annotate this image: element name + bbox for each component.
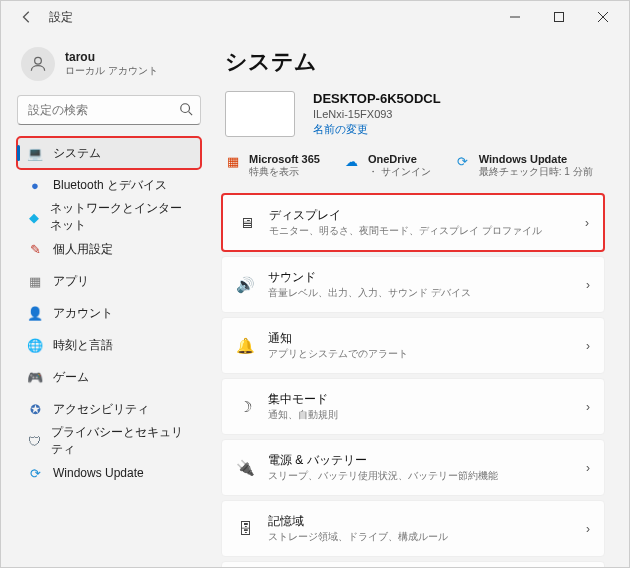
chevron-right-icon: › — [586, 278, 590, 292]
status-title: Microsoft 365 — [249, 153, 320, 165]
sidebar-item-4[interactable]: ▦アプリ — [17, 265, 201, 297]
sidebar-item-9[interactable]: 🛡プライバシーとセキュリティ — [17, 425, 201, 457]
sidebar-item-10[interactable]: ⟳Windows Update — [17, 457, 201, 489]
sidebar-item-5[interactable]: 👤アカウント — [17, 297, 201, 329]
tile-icon: 🔔 — [236, 337, 254, 355]
tile-3[interactable]: ☽集中モード通知、自動規則› — [221, 378, 605, 435]
tile-title: サウンド — [268, 269, 572, 286]
nav-icon: ✪ — [27, 401, 43, 417]
sidebar-item-8[interactable]: ✪アクセシビリティ — [17, 393, 201, 425]
tile-icon: 🔌 — [236, 459, 254, 477]
nav-icon: 🛡 — [27, 433, 41, 449]
nav-icon: 👤 — [27, 305, 43, 321]
sidebar-item-0[interactable]: 💻システム — [17, 137, 201, 169]
status-sub: 最終チェック日時: 1 分前 — [479, 165, 593, 179]
tile-icon: 🔊 — [236, 276, 254, 294]
tile-title: 通知 — [268, 330, 572, 347]
status-icon: ⟳ — [455, 153, 471, 169]
status-icon: ▦ — [225, 153, 241, 169]
settings-window: 設定 tarou ローカル アカウント 💻システム● — [0, 0, 630, 568]
sidebar: tarou ローカル アカウント 💻システム●Bluetooth とデバイス◆ネ… — [1, 33, 211, 567]
nav-label: 時刻と言語 — [53, 337, 113, 354]
nav-label: システム — [53, 145, 101, 162]
rename-link[interactable]: 名前の変更 — [313, 122, 441, 137]
tile-2[interactable]: 🔔通知アプリとシステムでのアラート› — [221, 317, 605, 374]
nav-label: ゲーム — [53, 369, 89, 386]
window-title: 設定 — [49, 9, 73, 26]
chevron-right-icon: › — [585, 216, 589, 230]
svg-line-6 — [189, 112, 193, 116]
tile-icon: 🖥 — [237, 214, 255, 231]
sidebar-item-2[interactable]: ◆ネットワークとインターネット — [17, 201, 201, 233]
tile-title: 記憶域 — [268, 513, 572, 530]
sidebar-item-3[interactable]: ✎個人用設定 — [17, 233, 201, 265]
nav-icon: 🌐 — [27, 337, 43, 353]
sidebar-item-7[interactable]: 🎮ゲーム — [17, 361, 201, 393]
device-name: DESKTOP-6K5ODCL — [313, 91, 441, 106]
search-box — [17, 95, 201, 125]
status-icon: ☁ — [344, 153, 360, 169]
sidebar-item-1[interactable]: ●Bluetooth とデバイス — [17, 169, 201, 201]
user-account[interactable]: tarou ローカル アカウント — [17, 39, 201, 91]
chevron-right-icon: › — [586, 522, 590, 536]
nav-label: 個人用設定 — [53, 241, 113, 258]
page-title: システム — [225, 47, 605, 77]
nav-icon: 💻 — [27, 145, 43, 161]
status-item-1[interactable]: ☁OneDrive・ サインイン — [344, 153, 431, 179]
svg-rect-1 — [555, 13, 564, 22]
chevron-right-icon: › — [586, 339, 590, 353]
status-sub: ・ サインイン — [368, 165, 431, 179]
status-item-0[interactable]: ▦Microsoft 365特典を表示 — [225, 153, 320, 179]
nav-icon: ▦ — [27, 273, 43, 289]
svg-point-4 — [35, 57, 42, 64]
titlebar: 設定 — [1, 1, 629, 33]
search-icon — [179, 102, 193, 119]
back-button[interactable] — [13, 3, 41, 31]
nav-icon: ⟳ — [27, 465, 43, 481]
tile-title: ディスプレイ — [269, 207, 571, 224]
avatar-icon — [21, 47, 55, 81]
tile-sub: スリープ、バッテリ使用状況、バッテリー節約機能 — [268, 469, 572, 483]
tile-sub: モニター、明るさ、夜間モード、ディスプレイ プロファイル — [269, 224, 571, 238]
tile-1[interactable]: 🔊サウンド音量レベル、出力、入力、サウンド デバイス› — [221, 256, 605, 313]
tile-sub: 通知、自動規則 — [268, 408, 572, 422]
nav-label: アカウント — [53, 305, 113, 322]
tile-sub: アプリとシステムでのアラート — [268, 347, 572, 361]
device-icon — [225, 91, 295, 137]
tile-sub: ストレージ領域、ドライブ、構成ルール — [268, 530, 572, 544]
maximize-button[interactable] — [537, 1, 581, 33]
status-row: ▦Microsoft 365特典を表示☁OneDrive・ サインイン⟳Wind… — [225, 153, 601, 179]
main-panel: システム DESKTOP-6K5ODCL ILeNxi-15FX093 名前の変… — [211, 33, 629, 567]
nav-label: アクセシビリティ — [53, 401, 149, 418]
svg-point-5 — [181, 104, 190, 113]
nav-icon: ◆ — [27, 209, 40, 225]
tile-icon: 🗄 — [236, 520, 254, 537]
nav-icon: ● — [27, 177, 43, 193]
nav-label: ネットワークとインターネット — [50, 200, 191, 234]
nav-label: Bluetooth とデバイス — [53, 177, 167, 194]
device-summary: DESKTOP-6K5ODCL ILeNxi-15FX093 名前の変更 — [225, 91, 605, 137]
close-button[interactable] — [581, 1, 625, 33]
nav-label: Windows Update — [53, 466, 144, 480]
sidebar-item-6[interactable]: 🌐時刻と言語 — [17, 329, 201, 361]
status-item-2[interactable]: ⟳Windows Update最終チェック日時: 1 分前 — [455, 153, 593, 179]
user-name: tarou — [65, 50, 158, 64]
minimize-button[interactable] — [493, 1, 537, 33]
status-title: OneDrive — [368, 153, 431, 165]
chevron-right-icon: › — [586, 461, 590, 475]
nav-icon: 🎮 — [27, 369, 43, 385]
tile-title: 集中モード — [268, 391, 572, 408]
tile-4[interactable]: 🔌電源 & バッテリースリープ、バッテリ使用状況、バッテリー節約機能› — [221, 439, 605, 496]
tile-sub: 音量レベル、出力、入力、サウンド デバイス — [268, 286, 572, 300]
tile-6[interactable]: 🔗近距離共有見つけやすさ、受信ファイルの場所› — [221, 561, 605, 567]
chevron-right-icon: › — [586, 400, 590, 414]
search-input[interactable] — [17, 95, 201, 125]
tiles-list: 🖥ディスプレイモニター、明るさ、夜間モード、ディスプレイ プロファイル›🔊サウン… — [221, 193, 605, 567]
tile-5[interactable]: 🗄記憶域ストレージ領域、ドライブ、構成ルール› — [221, 500, 605, 557]
status-title: Windows Update — [479, 153, 593, 165]
tile-icon: ☽ — [236, 398, 254, 416]
status-sub: 特典を表示 — [249, 165, 320, 179]
tile-0[interactable]: 🖥ディスプレイモニター、明るさ、夜間モード、ディスプレイ プロファイル› — [221, 193, 605, 252]
tile-title: 電源 & バッテリー — [268, 452, 572, 469]
nav-label: プライバシーとセキュリティ — [51, 424, 191, 458]
